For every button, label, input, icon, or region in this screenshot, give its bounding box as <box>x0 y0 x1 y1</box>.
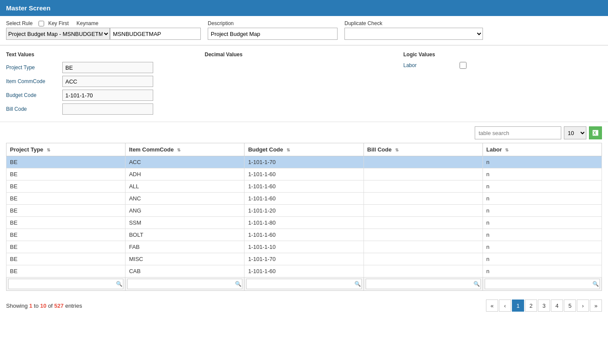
page-button-1[interactable]: 1 <box>512 300 524 312</box>
table-search-input[interactable] <box>475 126 561 139</box>
search-icon-item-commcode: 🔍 <box>235 281 241 287</box>
next-page-button[interactable]: › <box>577 300 589 312</box>
page-size-select[interactable]: 10 25 50 100 <box>564 126 586 139</box>
col-header-bill-code: Bill Code ⇅ <box>364 143 483 156</box>
keyname-input[interactable] <box>110 28 201 40</box>
filter-input-budget-code[interactable] <box>246 279 361 289</box>
bill-code-label: Bill Code <box>6 106 62 112</box>
page-button-5[interactable]: 5 <box>564 300 576 312</box>
table-row[interactable]: BEANG1-101-1-20n <box>6 205 602 217</box>
table-body: BEACC1-101-1-70nBEADH1-101-1-60nBEALL1-1… <box>6 156 602 277</box>
title-bar: Master Screen <box>0 0 608 16</box>
svg-text:X: X <box>593 131 596 135</box>
cell-billCode-2 <box>364 180 483 193</box>
data-table: Project Type ⇅ Item CommCode ⇅ Budget Co… <box>6 143 602 291</box>
cell-projectType-5: BE <box>6 217 125 229</box>
cell-projectType-2: BE <box>6 180 125 193</box>
labor-row: Labor <box>403 62 602 69</box>
table-row[interactable]: BEALL1-101-1-60n <box>6 180 602 193</box>
cell-labor-9: n <box>483 265 602 277</box>
cell-budgetCode-1: 1-101-1-60 <box>244 168 364 180</box>
cell-budgetCode-9: 1-101-1-60 <box>244 265 364 277</box>
labor-label: Labor <box>403 62 460 68</box>
cell-labor-7: n <box>483 241 602 253</box>
cell-labor-1: n <box>483 168 602 180</box>
page-button-3[interactable]: 3 <box>538 300 550 312</box>
duplicate-check-group: Duplicate Check <box>344 20 483 40</box>
cell-labor-5: n <box>483 217 602 229</box>
labor-checkbox[interactable] <box>460 62 466 69</box>
sort-icon-bill-code[interactable]: ⇅ <box>395 148 399 152</box>
cell-itemCommCode-3: ANC <box>125 193 244 205</box>
cell-labor-8: n <box>483 253 602 265</box>
cell-billCode-9 <box>364 265 483 277</box>
cell-billCode-1 <box>364 168 483 180</box>
search-icon-project-type: 🔍 <box>116 281 122 287</box>
key-first-checkbox[interactable] <box>39 21 44 26</box>
cell-projectType-0: BE <box>6 156 125 168</box>
table-row[interactable]: BEBOLT1-101-1-60n <box>6 229 602 241</box>
budget-code-label: Budget Code <box>6 92 62 98</box>
select-rule-dropdown[interactable]: Project Budget Map - MSNBUDGETMAP <box>6 28 110 40</box>
logic-values-col: Logic Values Labor <box>403 52 602 117</box>
table-row[interactable]: BECAB1-101-1-60n <box>6 265 602 277</box>
filter-cell-budget-code: 🔍 <box>244 277 364 291</box>
filter-input-labor[interactable] <box>485 279 600 289</box>
page-button-2[interactable]: 2 <box>525 300 537 312</box>
cell-billCode-4 <box>364 205 483 217</box>
description-input[interactable] <box>208 28 338 40</box>
filter-cell-project-type: 🔍 <box>6 277 125 291</box>
sort-icon-budget-code[interactable]: ⇅ <box>286 148 290 152</box>
bill-code-input[interactable] <box>62 103 153 115</box>
sort-icon-item-commcode[interactable]: ⇅ <box>177 148 180 152</box>
excel-export-button[interactable]: X <box>589 126 602 139</box>
cell-budgetCode-5: 1-101-1-80 <box>244 217 364 229</box>
cell-billCode-6 <box>364 229 483 241</box>
cell-budgetCode-8: 1-101-1-70 <box>244 253 364 265</box>
page-button-4[interactable]: 4 <box>551 300 563 312</box>
cell-projectType-3: BE <box>6 193 125 205</box>
table-section: 10 25 50 100 X Project Type ⇅ Item CommC… <box>0 122 608 295</box>
decimal-values-header: Decimal Values <box>205 52 403 58</box>
cell-labor-2: n <box>483 180 602 193</box>
filter-input-project-type[interactable] <box>8 279 123 289</box>
item-commcode-input[interactable] <box>62 76 153 87</box>
filter-cell-bill-code: 🔍 <box>364 277 483 291</box>
duplicate-check-dropdown[interactable] <box>344 28 483 40</box>
description-label: Description <box>208 20 338 26</box>
cell-labor-0: n <box>483 156 602 168</box>
sort-icon-labor[interactable]: ⇅ <box>505 148 508 152</box>
last-page-button[interactable]: » <box>590 300 602 312</box>
decimal-values-col: Decimal Values <box>205 52 403 117</box>
table-row[interactable]: BEFAB1-101-1-10n <box>6 241 602 253</box>
cell-projectType-1: BE <box>6 168 125 180</box>
prev-page-button[interactable]: ‹ <box>499 300 511 312</box>
text-values-header: Text Values <box>6 52 205 58</box>
table-row[interactable]: BEANC1-101-1-60n <box>6 193 602 205</box>
form-section: Text Values Project Type Item CommCode B… <box>0 45 608 122</box>
col-header-project-type: Project Type ⇅ <box>6 143 125 156</box>
pagination-buttons: « ‹ 1 2 3 4 5 › » <box>486 300 602 312</box>
cell-itemCommCode-9: CAB <box>125 265 244 277</box>
table-row[interactable]: BESSM1-101-1-80n <box>6 217 602 229</box>
filter-input-item-commcode[interactable] <box>127 279 242 289</box>
budget-code-input[interactable] <box>62 90 153 101</box>
sort-icon-project-type[interactable]: ⇅ <box>47 148 50 152</box>
cell-budgetCode-6: 1-101-1-60 <box>244 229 364 241</box>
col-header-item-commcode: Item CommCode ⇅ <box>125 143 244 156</box>
filter-input-bill-code[interactable] <box>366 279 481 289</box>
description-group: Description <box>208 20 338 40</box>
table-row[interactable]: BEACC1-101-1-70n <box>6 156 602 168</box>
keyname-label: Keyname <box>77 20 99 26</box>
cell-budgetCode-4: 1-101-1-20 <box>244 205 364 217</box>
cell-billCode-8 <box>364 253 483 265</box>
table-row[interactable]: BEMISC1-101-1-70n <box>6 253 602 265</box>
first-page-button[interactable]: « <box>486 300 498 312</box>
project-type-input[interactable] <box>62 62 153 73</box>
cell-projectType-7: BE <box>6 241 125 253</box>
table-row[interactable]: BEADH1-101-1-60n <box>6 168 602 180</box>
cell-billCode-5 <box>364 217 483 229</box>
cell-projectType-6: BE <box>6 229 125 241</box>
cell-itemCommCode-7: FAB <box>125 241 244 253</box>
cell-labor-3: n <box>483 193 602 205</box>
